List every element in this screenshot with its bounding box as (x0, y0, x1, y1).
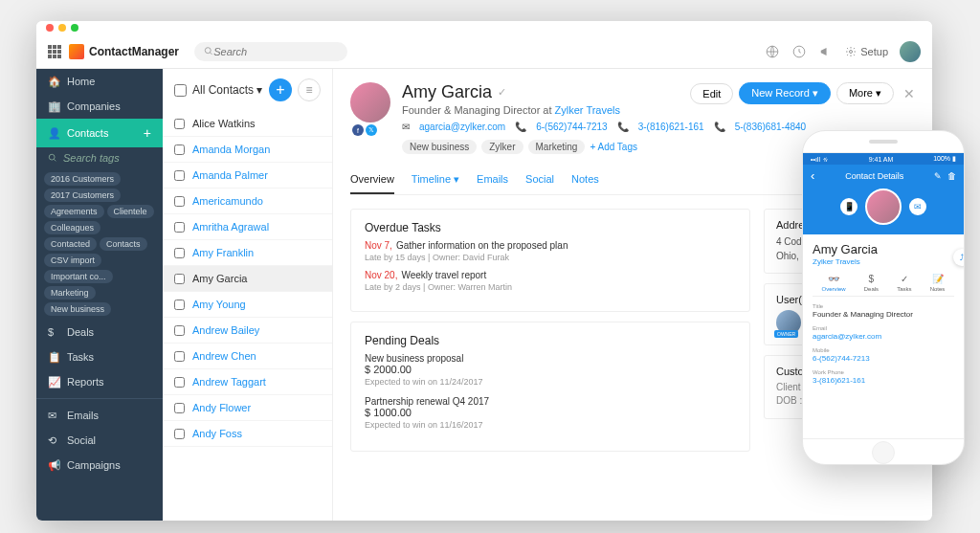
add-contact-icon[interactable]: + (144, 125, 151, 141)
sidebar-tag[interactable]: Contacted (44, 237, 97, 251)
tab-overview[interactable]: Overview (350, 173, 394, 194)
clock-icon[interactable] (791, 44, 807, 59)
tab-social[interactable]: Social (525, 173, 554, 194)
sidebar-tag-search[interactable]: Search tags (36, 147, 163, 168)
sidebar-item-reports[interactable]: 📈Reports (36, 369, 163, 394)
sidebar-tag[interactable]: 2017 Customers (44, 189, 121, 202)
phone-tab-notes[interactable]: 📝Notes (930, 274, 946, 292)
contact-row[interactable]: Andy Foss (163, 421, 332, 447)
phone-tab-deals[interactable]: $Deals (864, 274, 879, 292)
row-checkbox[interactable] (174, 119, 185, 129)
row-checkbox[interactable] (174, 248, 185, 258)
row-checkbox[interactable] (174, 351, 185, 362)
close-icon[interactable]: ✕ (903, 86, 915, 101)
row-checkbox[interactable] (174, 429, 185, 439)
sidebar-tag[interactable]: Clientele (107, 205, 154, 218)
row-checkbox[interactable] (174, 274, 185, 284)
sidebar-tag[interactable]: Important co... (44, 270, 113, 283)
sidebar-item-companies[interactable]: 🏢Companies (36, 94, 163, 119)
share-fab-icon[interactable]: ⤴ (953, 249, 964, 266)
sidebar-tag[interactable]: Marketing (44, 286, 96, 300)
setup-button[interactable]: Setup (845, 46, 888, 57)
phone-link[interactable]: 3-(816)621-161 (638, 122, 704, 132)
select-all-checkbox[interactable] (174, 84, 187, 97)
contact-row[interactable]: Alice Watkins (163, 111, 332, 137)
tab-emails[interactable]: Emails (477, 173, 508, 194)
apps-grid-icon[interactable] (48, 45, 61, 58)
deal-title[interactable]: Partnership renewal Q4 2017 (365, 396, 736, 407)
contact-row[interactable]: Amanda Palmer (163, 163, 332, 189)
list-title[interactable]: All Contacts ▾ (192, 83, 262, 97)
contact-row[interactable]: Andrew Chen (163, 344, 332, 369)
sidebar-item-social[interactable]: ⟲Social (36, 428, 163, 453)
contact-row[interactable]: Amritha Agrawal (163, 214, 332, 240)
contact-row[interactable]: Amy Garcia (163, 266, 332, 292)
sidebar-item-emails[interactable]: ✉Emails (36, 403, 163, 428)
sidebar-item-deals[interactable]: $Deals (36, 320, 163, 344)
more-menu-button[interactable]: ≡ (298, 78, 321, 101)
delete-icon[interactable]: 🗑 (947, 171, 956, 181)
edit-icon[interactable]: ✎ (934, 171, 942, 181)
row-checkbox[interactable] (174, 403, 185, 413)
field-value[interactable]: 6-(562)744-7213 (813, 354, 954, 363)
sidebar-tag[interactable]: Contacts (100, 237, 147, 251)
contact-row[interactable]: Andy Flower (163, 395, 332, 421)
contact-row[interactable]: Amy Franklin (163, 240, 332, 266)
sidebar-tag[interactable]: Colleagues (44, 221, 100, 234)
row-checkbox[interactable] (174, 222, 185, 233)
phone-link[interactable]: 5-(836)681-4840 (735, 122, 807, 132)
global-search[interactable] (194, 42, 347, 61)
search-input[interactable] (213, 46, 338, 57)
tab-notes[interactable]: Notes (571, 173, 599, 194)
phone-link[interactable]: 6-(562)744-7213 (536, 122, 608, 132)
task-item[interactable]: Nov 20,Weekly travel report (365, 270, 736, 280)
deal-title[interactable]: New business proposal (365, 353, 736, 364)
email-action-icon[interactable]: ✉ (909, 198, 926, 215)
contact-row[interactable]: Andrew Taggart (163, 369, 332, 395)
close-dot[interactable] (46, 24, 54, 32)
more-button[interactable]: More ▾ (836, 82, 894, 104)
row-checkbox[interactable] (174, 144, 185, 155)
sidebar-tag[interactable]: CSV import (44, 254, 101, 267)
sidebar-item-home[interactable]: 🏠Home (36, 69, 163, 94)
contact-row[interactable]: Americamundo (163, 189, 332, 214)
phone-company-link[interactable]: Zylker Travels (813, 257, 954, 266)
row-checkbox[interactable] (174, 377, 185, 388)
maximize-dot[interactable] (71, 24, 78, 32)
row-checkbox[interactable] (174, 170, 185, 181)
task-item[interactable]: Nov 7,Gather information on the proposed… (365, 240, 736, 251)
row-checkbox[interactable] (174, 196, 185, 207)
sidebar-tag[interactable]: 2016 Customers (44, 172, 121, 186)
company-link[interactable]: Zylker Travels (555, 104, 620, 116)
add-tags-link[interactable]: + Add Tags (590, 142, 637, 152)
contact-row[interactable]: Amanda Morgan (163, 137, 332, 163)
contact-tag[interactable]: New business (402, 140, 477, 154)
announce-icon[interactable] (818, 44, 834, 59)
sidebar-tag[interactable]: Agreements (44, 205, 104, 218)
edit-button[interactable]: Edit (690, 83, 733, 104)
add-button[interactable]: + (269, 78, 292, 101)
owner-avatar[interactable]: OWNER (776, 310, 801, 335)
globe-icon[interactable] (765, 44, 780, 59)
sidebar-item-campaigns[interactable]: 📢Campaigns (36, 453, 163, 477)
phone-action-icon[interactable]: 📱 (840, 198, 858, 215)
phone-tab-overview[interactable]: 👓Overview (822, 274, 846, 292)
contact-row[interactable]: Andrew Bailey (163, 318, 332, 344)
home-button[interactable] (872, 441, 895, 464)
contact-row[interactable]: Amy Young (163, 292, 332, 318)
row-checkbox[interactable] (174, 325, 185, 336)
sidebar-item-contacts[interactable]: 👤Contacts+ (36, 119, 163, 147)
field-value[interactable]: agarcia@zylker.com (813, 332, 954, 341)
sidebar-item-tasks[interactable]: 📋Tasks (36, 344, 163, 369)
minimize-dot[interactable] (58, 24, 66, 32)
contact-tag[interactable]: Marketing (528, 140, 586, 154)
email-link[interactable]: agarcia@zylker.com (419, 122, 505, 132)
sidebar-tag[interactable]: New business (44, 302, 111, 316)
user-avatar[interactable] (900, 41, 921, 62)
facebook-icon[interactable]: f (352, 124, 364, 136)
phone-tab-tasks[interactable]: ✓Tasks (897, 274, 911, 292)
twitter-icon[interactable]: 𝕏 (366, 124, 377, 136)
tab-timeline[interactable]: Timeline ▾ (412, 173, 459, 194)
contact-tag[interactable]: Zylker (481, 140, 523, 154)
new-record-button[interactable]: New Record ▾ (739, 82, 831, 104)
